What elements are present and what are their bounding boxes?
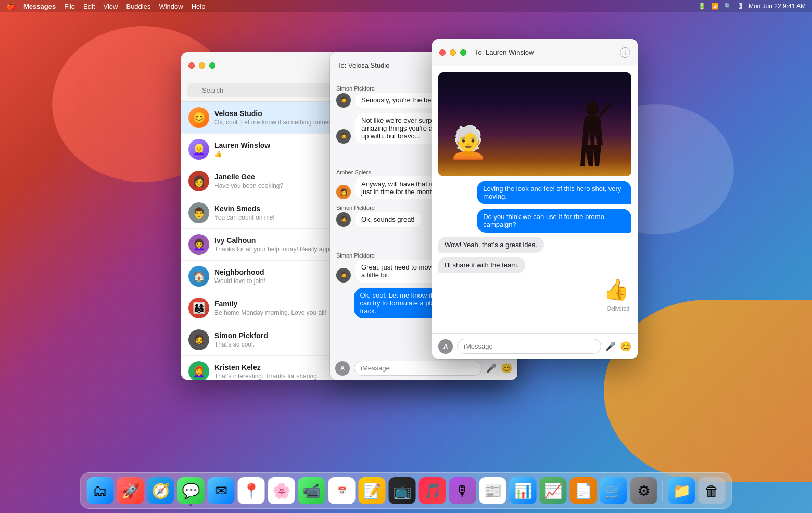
dock: 🗂 🚀 🧭 💬 ✉ 📍 🌸 📹 📅 📝 📺 🎵 🎙 📰 📊 📈 📄 🛒 ⚙ 📁 … <box>80 472 732 509</box>
menu-file[interactable]: File <box>64 3 75 10</box>
silhouette <box>574 98 611 176</box>
conv-name-velosa: Velosa Studio <box>214 109 262 118</box>
battery-icon: 🔋 <box>698 3 706 10</box>
dock-separator <box>663 480 663 501</box>
dock-launchpad[interactable]: 🚀 <box>117 477 144 504</box>
app-menu-messages[interactable]: Messages <box>23 3 56 10</box>
app-btn-right[interactable]: A <box>438 339 453 354</box>
hero-image: 🧑‍🦳 <box>438 72 631 176</box>
msg-avatar-simon1: 🧔 <box>336 93 351 108</box>
dock-safari[interactable]: 🧭 <box>147 477 174 504</box>
control-center-icon[interactable]: 🎛 <box>737 3 743 10</box>
avatar-neighborhood: 🏠 <box>188 266 209 287</box>
info-button[interactable]: i <box>620 47 630 58</box>
menubar: 🍎 Messages File Edit View Buddies Window… <box>0 0 812 12</box>
dock-appstore[interactable]: 🛒 <box>600 477 627 504</box>
dock-keynote[interactable]: 📊 <box>510 477 537 504</box>
conv-name-family: Family <box>214 300 237 308</box>
menu-edit[interactable]: Edit <box>83 3 95 10</box>
titlebar-right: To: Lauren Winslow i <box>432 39 638 66</box>
dock-facetime[interactable]: 📹 <box>298 477 325 504</box>
right-input-area: A 🎤 😊 <box>432 333 638 359</box>
msg-avatar-simon4: 🧔 <box>336 268 351 283</box>
maximize-button-right[interactable] <box>460 49 466 56</box>
dock-trash[interactable]: 🗑 <box>699 477 726 504</box>
close-button[interactable] <box>188 62 195 69</box>
app-store-btn[interactable]: A <box>335 361 350 376</box>
bubble-wow: Wow! Yeah, that's a great idea. <box>438 237 544 253</box>
dock-mail[interactable]: ✉ <box>208 477 235 504</box>
msg-avatar-simon2: 🧔 <box>336 129 351 144</box>
recipient-lauren: To: Lauren Winslow <box>475 48 534 56</box>
clock: Mon Jun 22 9:41 AM <box>748 3 806 10</box>
maximize-button[interactable] <box>209 62 215 69</box>
dock-maps[interactable]: 📍 <box>238 477 265 504</box>
dock-sysprefs[interactable]: ⚙ <box>630 477 657 504</box>
mid-message-input[interactable] <box>354 361 482 376</box>
menubar-right: 🔋 📶 🔍 🎛 Mon Jun 22 9:41 AM <box>698 3 806 10</box>
dock-finder[interactable]: 🗂 <box>87 477 114 504</box>
dock-pages[interactable]: 📄 <box>570 477 597 504</box>
dock-tv[interactable]: 📺 <box>389 477 416 504</box>
dock-calendar[interactable]: 📅 <box>328 477 356 504</box>
emoji-icon[interactable]: 😊 <box>501 363 512 374</box>
dock-messages[interactable]: 💬 <box>177 477 205 504</box>
menubar-left: 🍎 Messages File Edit View Buddies Window… <box>6 2 205 10</box>
conv-name-neighborhood: Neighborhood <box>214 268 264 276</box>
audio-icon-right[interactable]: 🎤 <box>605 341 616 351</box>
window-lauren-chat: To: Lauren Winslow i 🧑‍🦳 Loving the look… <box>432 39 638 359</box>
emoji-icon-right[interactable]: 😊 <box>620 341 631 352</box>
menu-window[interactable]: Window <box>159 3 183 10</box>
mid-input-area: A 🎤 😊 <box>330 356 517 380</box>
menu-buddies[interactable]: Buddies <box>126 3 150 10</box>
dock-files[interactable]: 📁 <box>668 477 695 504</box>
avatar-family: 👨‍👩‍👧 <box>188 298 209 318</box>
avatar-kevin: 👨 <box>188 202 209 223</box>
minimize-button-right[interactable] <box>450 49 456 56</box>
dock-notes[interactable]: 📝 <box>359 477 386 504</box>
search-icon[interactable]: 🔍 <box>724 3 732 10</box>
dock-podcasts[interactable]: 🎙 <box>449 477 476 504</box>
bubble-share: I'll share it with the team. <box>438 257 525 273</box>
delivered-label: Delivered <box>438 306 629 312</box>
conv-name-janelle: Janelle Gee <box>214 173 255 181</box>
conv-name-ivy: Ivy Calhoun <box>214 236 256 245</box>
avatar-simon: 🧔 <box>188 329 209 350</box>
avatar-lauren: 👱‍♀️ <box>188 139 209 160</box>
conv-name-kevin: Kevin Smeds <box>214 204 260 213</box>
dock-numbers[interactable]: 📈 <box>540 477 567 504</box>
avatar-velosa: 😊 <box>188 107 209 128</box>
dock-news[interactable]: 📰 <box>479 477 506 504</box>
memoji: 🧑‍🦳 <box>449 124 488 161</box>
msg-avatar-simon3: 🧔 <box>336 212 351 227</box>
bubble-loving: Loving the look and feel of this hero sh… <box>477 181 631 204</box>
conv-name-kristen: Kristen Kelez <box>214 363 261 371</box>
avatar-janelle: 👩 <box>188 171 209 191</box>
recipient-velosa: To: Velosa Studio <box>337 61 389 69</box>
menu-view[interactable]: View <box>104 3 118 10</box>
right-message-input[interactable] <box>457 339 601 354</box>
avatar-kristen: 👩‍🦰 <box>188 361 209 380</box>
bubble-oksounds: Ok, sounds great! <box>355 212 421 227</box>
conv-name-simon: Simon Pickford <box>214 331 268 340</box>
msg-avatar-amber: 👩 <box>336 185 351 199</box>
avatar-ivy: 👩‍🦱 <box>188 234 209 255</box>
bubble-promo: Do you think we can use it for the promo… <box>477 209 631 233</box>
dock-music[interactable]: 🎵 <box>419 477 446 504</box>
menu-help[interactable]: Help <box>192 3 206 10</box>
dock-photos[interactable]: 🌸 <box>268 477 295 504</box>
apple-menu[interactable]: 🍎 <box>6 2 15 10</box>
close-button-right[interactable] <box>439 49 446 56</box>
audio-icon[interactable]: 🎤 <box>486 363 497 373</box>
thumbsup-emoji: 👍 <box>603 277 629 302</box>
conv-name-lauren: Lauren Winslow <box>214 141 270 149</box>
svg-point-0 <box>586 101 599 116</box>
message-area-lauren: 🧑‍🦳 Loving the look and feel of this her… <box>432 66 638 333</box>
wifi-icon: 📶 <box>711 3 719 10</box>
minimize-button[interactable] <box>199 62 205 69</box>
